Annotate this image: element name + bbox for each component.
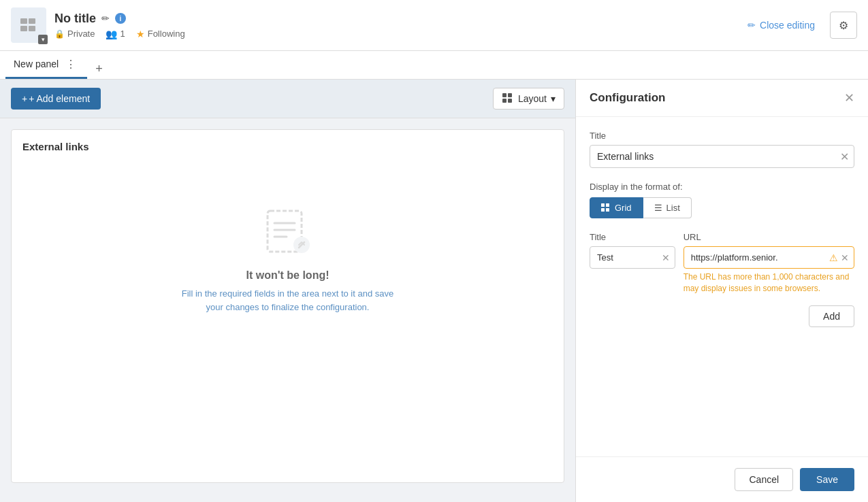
svg-rect-17 — [601, 208, 605, 212]
svg-rect-5 — [508, 93, 512, 97]
star-icon: ★ — [136, 29, 145, 39]
config-close-button[interactable]: ✕ — [844, 90, 854, 105]
cancel-button[interactable]: Cancel — [735, 468, 793, 491]
header-actions: ✏ Close editing ⚙ — [739, 12, 857, 39]
svg-rect-18 — [606, 208, 609, 212]
link-url-clear-icon[interactable]: ✕ — [841, 252, 849, 263]
title-input[interactable] — [590, 145, 854, 168]
add-link-button[interactable]: Add — [809, 305, 854, 327]
config-footer: Cancel Save — [576, 456, 868, 502]
config-panel-title: Configuration — [590, 91, 665, 105]
format-buttons: Grid ☰ List — [590, 197, 854, 218]
layout-label: Layout — [518, 93, 547, 104]
page-title: No title — [54, 12, 96, 26]
grid-icon — [601, 203, 611, 213]
svg-rect-2 — [20, 26, 27, 31]
config-panel: Configuration ✕ Title ✕ Display in the f… — [575, 80, 868, 502]
layout-button[interactable]: Layout ▾ — [493, 88, 564, 110]
members-count: 1 — [120, 29, 125, 39]
add-btn-row: Add — [590, 305, 854, 327]
svg-rect-4 — [502, 93, 507, 97]
url-warning-text: The URL has more than 1,000 characters a… — [684, 271, 854, 295]
list-icon: ☰ — [654, 203, 662, 213]
add-element-label: + Add element — [29, 93, 90, 104]
content-card-title: External links — [22, 141, 553, 152]
title-input-wrapper: ✕ — [590, 145, 854, 168]
logo-dropdown-icon[interactable]: ▾ — [38, 35, 48, 44]
edit-title-icon[interactable]: ✏ — [101, 13, 110, 24]
svg-rect-1 — [29, 18, 35, 24]
config-body: Title ✕ Display in the format of: — [576, 117, 868, 456]
tab-label: New panel — [14, 58, 59, 69]
config-header: Configuration ✕ — [576, 80, 868, 117]
svg-rect-16 — [606, 203, 609, 207]
config-format-section: Display in the format of: Grid ☰ Lis — [590, 182, 854, 218]
svg-rect-6 — [502, 99, 507, 103]
tab-bar: New panel ⋮ + — [0, 51, 868, 80]
privacy-label: Private — [67, 29, 95, 39]
left-panel: + + Add element Layout ▾ External links — [0, 80, 575, 502]
format-grid-button[interactable]: Grid — [590, 197, 643, 218]
header-title-area: No title ✏ i 🔒 Private 👥 1 ★ Following — [54, 12, 739, 39]
title-clear-button[interactable]: ✕ — [840, 150, 849, 163]
pencil-icon: ✏ — [748, 20, 756, 31]
config-title-section: Title ✕ — [590, 131, 854, 168]
svg-rect-7 — [508, 99, 512, 103]
empty-state: It won't be long! Fill in the required f… — [22, 163, 553, 354]
svg-rect-3 — [29, 26, 35, 31]
svg-rect-0 — [20, 18, 27, 24]
settings-icon: ⚙ — [839, 19, 848, 32]
link-row: Title ✕ URL ⚠ ✕ — [590, 232, 854, 295]
link-title-input-wrapper: ✕ — [590, 246, 675, 269]
empty-state-icon — [261, 204, 315, 258]
panel-content: External links It won't be long! Fill in… — [0, 118, 575, 502]
add-tab-button[interactable]: + — [90, 59, 108, 79]
title-field-label: Title — [590, 131, 854, 141]
members-badge: 👥 1 — [106, 29, 125, 39]
lock-icon: 🔒 — [54, 29, 65, 39]
tab-new-panel[interactable]: New panel ⋮ — [5, 51, 87, 79]
link-title-clear-icon[interactable]: ✕ — [662, 252, 670, 263]
link-title-field: Title ✕ — [590, 232, 675, 295]
users-icon: 👥 — [106, 29, 117, 39]
link-url-field: URL ⚠ ✕ The URL has more than 1,000 char… — [684, 232, 854, 295]
grid-layout-icon — [502, 93, 514, 105]
following-label: Following — [148, 29, 185, 39]
svg-rect-15 — [601, 203, 605, 207]
main-content: + + Add element Layout ▾ External links — [0, 80, 868, 502]
close-editing-button[interactable]: ✏ Close editing — [739, 14, 823, 36]
save-button[interactable]: Save — [800, 468, 854, 491]
panel-toolbar: + + Add element Layout ▾ — [0, 80, 575, 118]
settings-button[interactable]: ⚙ — [830, 12, 857, 39]
app-header: ▾ No title ✏ i 🔒 Private 👥 1 ★ Following… — [0, 0, 868, 51]
link-title-label: Title — [590, 232, 675, 242]
info-icon[interactable]: i — [115, 13, 126, 24]
url-warning-icon: ⚠ — [829, 252, 838, 263]
empty-state-title: It won't be long! — [246, 269, 329, 282]
following-badge[interactable]: ★ Following — [136, 29, 185, 39]
empty-state-desc: Fill in the required fields in the area … — [179, 287, 397, 314]
list-label: List — [666, 203, 680, 213]
content-card: External links It won't be long! Fill in… — [11, 129, 564, 483]
link-url-input-wrapper: ⚠ ✕ — [684, 246, 854, 269]
grid-label: Grid — [615, 203, 632, 213]
add-element-button[interactable]: + + Add element — [11, 88, 101, 110]
chevron-down-icon: ▾ — [551, 93, 556, 104]
close-editing-label: Close editing — [760, 20, 815, 31]
plus-icon: + — [22, 93, 27, 104]
add-icon: + — [95, 62, 103, 76]
link-url-label: URL — [684, 232, 854, 242]
tab-options-button[interactable]: ⋮ — [63, 55, 79, 73]
privacy-badge: 🔒 Private — [54, 29, 95, 39]
format-list-button[interactable]: ☰ List — [643, 197, 692, 218]
format-label: Display in the format of: — [590, 182, 854, 192]
app-logo[interactable]: ▾ — [11, 7, 46, 43]
